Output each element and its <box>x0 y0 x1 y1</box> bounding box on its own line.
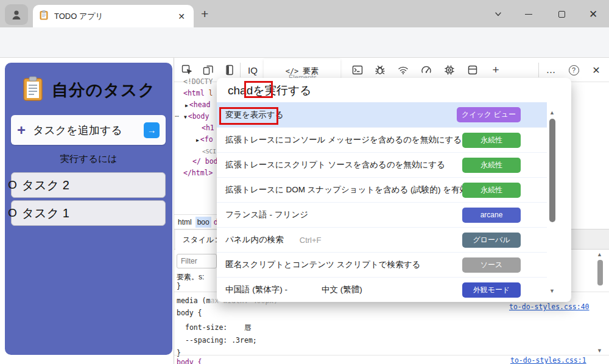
task-item[interactable]: O タスク 2 <box>11 172 166 198</box>
tab-strip: TODO アプリ ✕ + ✕ <box>0 0 609 27</box>
css-source-link[interactable]: to-do-styles.css:1 <box>510 356 586 364</box>
tree-html[interactable]: <html l <box>183 88 213 99</box>
css-spacing-declaration[interactable]: --spacing: .3rem; <box>185 336 257 345</box>
bug-debugger-icon[interactable] <box>373 63 387 77</box>
command-item[interactable]: パネル内の検索 Ctrl+F グローバル <box>217 227 547 252</box>
command-results-list: 変更を表示する クイック ビュー 拡張トレースにコンソール メッセージを含めるの… <box>217 102 547 302</box>
todo-app-title: 自分のタスク <box>52 79 156 101</box>
breadcrumb-body-selected[interactable]: boo <box>195 217 211 228</box>
arrow-right-icon: → <box>147 125 157 135</box>
badge-arcane: arcane <box>462 208 521 223</box>
close-window-button[interactable]: ✕ <box>585 6 602 22</box>
minimize-icon <box>525 14 532 15</box>
maximize-icon <box>558 11 565 18</box>
tab-favicon-clipboard-icon <box>39 10 49 23</box>
tab-actions-chevron-icon[interactable] <box>490 6 507 22</box>
rule-divider <box>174 355 609 355</box>
person-icon <box>10 8 23 21</box>
tree-body[interactable]: ⋯ ▼<body <box>175 111 209 123</box>
styles-scrollbar-thumb[interactable] <box>597 260 603 285</box>
styles-filter-input[interactable] <box>177 254 217 268</box>
add-task-input[interactable]: + タスクを追加する → <box>11 115 166 145</box>
task-label: タスク 1 <box>22 205 69 222</box>
close-devtools-icon[interactable]: ✕ <box>590 63 603 77</box>
maximize-button[interactable] <box>553 6 570 22</box>
badge-global: グローバル <box>462 233 521 248</box>
scroll-up-icon[interactable]: ▲ <box>549 110 555 116</box>
tab-title: TODO アプリ <box>54 11 175 22</box>
task-checkbox-circle-icon[interactable]: O <box>8 206 17 220</box>
css-font-size-declaration[interactable]: font-size: 唇 <box>185 323 251 332</box>
badge-persistence: 永続性 <box>462 183 521 198</box>
tree-body-close[interactable]: </ bod <box>192 156 218 167</box>
add-task-label: タスクを追加する <box>33 123 122 138</box>
task-item[interactable]: O タスク 1 <box>11 200 166 226</box>
css-close-brace: } <box>177 349 181 357</box>
command-item[interactable]: 拡張トレースにスクリプト ソースを含めるのを無効にする 永続性 <box>217 152 547 177</box>
command-menu-scrollbar[interactable]: ▲ ▼ <box>547 102 558 302</box>
tree-html-close[interactable]: </html> <box>183 167 213 179</box>
badge-appearance-mode: 外観モード <box>462 282 521 298</box>
css-body-selector: body { <box>177 309 202 317</box>
help-icon[interactable]: ? <box>567 63 580 77</box>
elements-breadcrumb: html boo d <box>174 214 220 229</box>
expand-icon[interactable]: ▶ <box>185 103 188 108</box>
plus-icon: + <box>17 122 26 139</box>
tree-head[interactable]: ▶<head <box>185 99 210 111</box>
clipboard-icon <box>22 76 44 104</box>
todo-app-card: 自分のタスク + タスクを追加する → 実行するには O タスク 2 O タスク… <box>5 63 172 355</box>
breadcrumb-html[interactable]: html <box>178 218 192 226</box>
scrollbar-thumb[interactable] <box>549 119 555 222</box>
console-icon[interactable] <box>351 63 364 77</box>
scroll-down-icon[interactable]: ▼ <box>549 288 555 294</box>
badge-persistence: 永続性 <box>462 158 521 173</box>
focus-mode-icon[interactable] <box>223 63 236 77</box>
badge-sources: ソース <box>462 257 521 273</box>
collapse-icon[interactable]: ▼ <box>184 114 187 120</box>
profile-avatar[interactable] <box>5 4 28 25</box>
styles-scroll-up-icon[interactable]: ▲ <box>597 251 602 257</box>
css-close-brace: } <box>177 282 181 290</box>
tree-doctype[interactable]: <!DOCTY <box>183 76 213 88</box>
minimize-button[interactable] <box>520 6 537 22</box>
styles-scroll-down-icon[interactable]: ▼ <box>597 348 602 354</box>
performance-gauge-icon[interactable] <box>420 63 433 77</box>
badge-persistence: 永続性 <box>462 133 521 148</box>
node-menu-dots-icon[interactable]: ⋯ <box>175 112 180 121</box>
css-body-selector-2: body { <box>177 358 202 364</box>
command-menu-dialog: chad を実行する 変更を表示する クイック ビュー 拡張トレースにコンソール… <box>217 78 571 302</box>
task-label: タスク 2 <box>22 177 69 194</box>
page-viewport: 自分のタスク + タスクを追加する → 実行するには O タスク 2 O タスク… <box>0 58 174 364</box>
tab-close-icon[interactable]: ✕ <box>175 12 188 21</box>
browser-toolbar: ← microsoftedge.github.io/Demos/demo-to-… <box>0 27 609 58</box>
shortcut-text: Ctrl+F <box>300 236 322 245</box>
devtools-iq-icon[interactable]: IQ <box>246 63 259 77</box>
browser-window: TODO アプリ ✕ + ✕ ← microsoftedge.github.io… <box>0 0 609 364</box>
command-item[interactable]: 匿名スクリプトとコンテンツ スクリプトで検索する ソース <box>217 252 547 277</box>
badge-quick-view: クイック ビュー <box>457 107 521 122</box>
command-item-secondary-label: 中文 (繁體) <box>322 284 362 295</box>
more-tools-plus-icon[interactable]: + <box>489 63 502 77</box>
memory-cpu-icon[interactable] <box>443 63 456 77</box>
device-emulation-icon[interactable] <box>202 63 215 77</box>
inspect-element-icon[interactable] <box>180 63 194 77</box>
application-drawer-icon[interactable] <box>466 63 479 77</box>
network-wifi-icon[interactable] <box>396 63 410 77</box>
todo-header: 自分のタスク <box>5 76 172 104</box>
toolbar-separator <box>538 63 539 77</box>
tree-h1[interactable]: <h1 <box>202 122 214 134</box>
task-checkbox-circle-icon[interactable]: O <box>8 178 17 192</box>
command-item[interactable]: フランス語 - フリンジ arcane <box>217 202 547 227</box>
command-item[interactable]: 拡張トレースに DOM スナップショットを含める (試験的) を有効にする 永続… <box>217 177 547 202</box>
add-task-submit-button[interactable]: → <box>144 122 160 138</box>
css-element-style-selector: 要素。s: <box>177 272 204 282</box>
tree-form[interactable]: ▶<fo <box>196 134 213 146</box>
browser-tab[interactable]: TODO アプリ ✕ <box>33 5 194 27</box>
expand-icon[interactable]: ▶ <box>196 138 199 143</box>
new-tab-button[interactable]: + <box>201 7 208 21</box>
devtools-more-menu-icon[interactable]: … <box>544 63 558 77</box>
command-item[interactable]: 中国語 (繁体字) - 中文 (繁體) 外観モード <box>217 277 547 302</box>
toolbar-separator <box>240 63 241 77</box>
css-source-link[interactable]: to-do-styles.css:40 <box>509 303 590 311</box>
command-item[interactable]: 拡張トレースにコンソール メッセージを含めるのを無効にする 永続性 <box>217 127 547 152</box>
